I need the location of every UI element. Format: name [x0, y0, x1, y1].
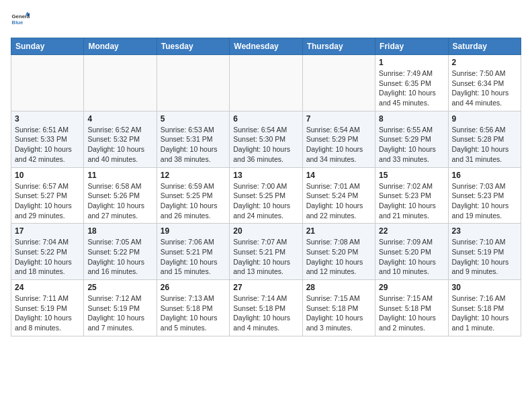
day-info: Sunrise: 6:54 AM Sunset: 5:30 PM Dayligh…	[233, 125, 298, 165]
day-info: Sunrise: 6:53 AM Sunset: 5:31 PM Dayligh…	[161, 125, 226, 165]
day-of-week-header: Saturday	[448, 38, 521, 55]
day-info: Sunrise: 6:54 AM Sunset: 5:29 PM Dayligh…	[306, 125, 371, 165]
calendar-cell: 25Sunrise: 7:12 AM Sunset: 5:19 PM Dayli…	[84, 280, 157, 336]
day-number: 27	[233, 283, 298, 292]
calendar-cell	[11, 55, 84, 111]
day-info: Sunrise: 7:15 AM Sunset: 5:18 PM Dayligh…	[306, 293, 371, 333]
day-number: 1	[379, 58, 444, 67]
day-number: 20	[233, 226, 298, 236]
day-info: Sunrise: 7:02 AM Sunset: 5:23 PM Dayligh…	[379, 181, 444, 221]
day-number: 5	[161, 114, 226, 124]
calendar-week-row: 3Sunrise: 6:51 AM Sunset: 5:33 PM Daylig…	[11, 111, 521, 167]
day-info: Sunrise: 6:58 AM Sunset: 5:26 PM Dayligh…	[87, 181, 152, 221]
day-number: 21	[306, 226, 371, 236]
day-of-week-header: Monday	[84, 38, 157, 55]
logo: General Blue	[11, 11, 32, 30]
calendar-cell: 19Sunrise: 7:06 AM Sunset: 5:21 PM Dayli…	[157, 224, 229, 280]
calendar-cell: 12Sunrise: 6:59 AM Sunset: 5:25 PM Dayli…	[157, 167, 229, 224]
calendar-week-row: 1Sunrise: 7:49 AM Sunset: 6:35 PM Daylig…	[11, 55, 521, 111]
day-info: Sunrise: 7:01 AM Sunset: 5:24 PM Dayligh…	[306, 181, 371, 221]
day-number: 17	[15, 226, 80, 236]
calendar-cell: 8Sunrise: 6:55 AM Sunset: 5:29 PM Daylig…	[375, 111, 448, 167]
calendar-week-row: 10Sunrise: 6:57 AM Sunset: 5:27 PM Dayli…	[11, 167, 521, 224]
page-header: General Blue	[11, 11, 521, 30]
calendar-cell: 7Sunrise: 6:54 AM Sunset: 5:29 PM Daylig…	[302, 111, 375, 167]
day-number: 11	[87, 171, 152, 180]
day-info: Sunrise: 6:59 AM Sunset: 5:25 PM Dayligh…	[161, 181, 226, 221]
calendar-cell: 11Sunrise: 6:58 AM Sunset: 5:26 PM Dayli…	[84, 167, 157, 224]
day-number: 18	[87, 226, 152, 236]
day-of-week-header: Tuesday	[157, 38, 229, 55]
day-info: Sunrise: 6:55 AM Sunset: 5:29 PM Dayligh…	[379, 125, 444, 165]
day-number: 3	[15, 114, 80, 124]
calendar-cell	[302, 55, 375, 111]
day-of-week-header: Wednesday	[230, 38, 302, 55]
day-info: Sunrise: 7:04 AM Sunset: 5:22 PM Dayligh…	[15, 237, 80, 277]
day-info: Sunrise: 7:06 AM Sunset: 5:21 PM Dayligh…	[161, 237, 226, 277]
day-number: 25	[87, 283, 152, 292]
day-info: Sunrise: 7:08 AM Sunset: 5:20 PM Dayligh…	[306, 237, 371, 277]
day-number: 24	[15, 283, 80, 292]
day-info: Sunrise: 7:15 AM Sunset: 5:18 PM Dayligh…	[379, 293, 444, 333]
day-of-week-header: Sunday	[11, 38, 84, 55]
day-info: Sunrise: 7:09 AM Sunset: 5:20 PM Dayligh…	[379, 237, 444, 277]
calendar-cell: 21Sunrise: 7:08 AM Sunset: 5:20 PM Dayli…	[302, 224, 375, 280]
day-info: Sunrise: 7:50 AM Sunset: 6:34 PM Dayligh…	[452, 68, 517, 108]
day-info: Sunrise: 7:12 AM Sunset: 5:19 PM Dayligh…	[87, 293, 152, 333]
day-number: 9	[452, 114, 517, 124]
day-number: 19	[161, 226, 226, 236]
day-number: 4	[87, 114, 152, 124]
day-number: 2	[452, 58, 517, 67]
day-info: Sunrise: 7:00 AM Sunset: 5:25 PM Dayligh…	[233, 181, 298, 221]
day-number: 6	[233, 114, 298, 124]
calendar-cell: 10Sunrise: 6:57 AM Sunset: 5:27 PM Dayli…	[11, 167, 84, 224]
day-number: 7	[306, 114, 371, 124]
day-number: 15	[379, 171, 444, 180]
calendar-cell: 24Sunrise: 7:11 AM Sunset: 5:19 PM Dayli…	[11, 280, 84, 336]
day-info: Sunrise: 7:07 AM Sunset: 5:21 PM Dayligh…	[233, 237, 298, 277]
calendar-cell: 27Sunrise: 7:14 AM Sunset: 5:18 PM Dayli…	[230, 280, 302, 336]
calendar-header-row: SundayMondayTuesdayWednesdayThursdayFrid…	[11, 38, 521, 55]
day-info: Sunrise: 6:56 AM Sunset: 5:28 PM Dayligh…	[452, 125, 517, 165]
calendar-cell	[230, 55, 302, 111]
day-number: 22	[379, 226, 444, 236]
calendar-cell: 18Sunrise: 7:05 AM Sunset: 5:22 PM Dayli…	[84, 224, 157, 280]
day-info: Sunrise: 7:11 AM Sunset: 5:19 PM Dayligh…	[15, 293, 80, 333]
day-number: 14	[306, 171, 371, 180]
day-info: Sunrise: 6:57 AM Sunset: 5:27 PM Dayligh…	[15, 181, 80, 221]
calendar-cell: 3Sunrise: 6:51 AM Sunset: 5:33 PM Daylig…	[11, 111, 84, 167]
calendar-cell: 5Sunrise: 6:53 AM Sunset: 5:31 PM Daylig…	[157, 111, 229, 167]
day-number: 12	[161, 171, 226, 180]
calendar-cell: 2Sunrise: 7:50 AM Sunset: 6:34 PM Daylig…	[448, 55, 521, 111]
day-of-week-header: Friday	[375, 38, 448, 55]
calendar-cell: 14Sunrise: 7:01 AM Sunset: 5:24 PM Dayli…	[302, 167, 375, 224]
calendar-cell: 20Sunrise: 7:07 AM Sunset: 5:21 PM Dayli…	[230, 224, 302, 280]
day-number: 26	[161, 283, 226, 292]
calendar-table: SundayMondayTuesdayWednesdayThursdayFrid…	[11, 38, 521, 336]
day-info: Sunrise: 7:14 AM Sunset: 5:18 PM Dayligh…	[233, 293, 298, 333]
day-number: 28	[306, 283, 371, 292]
day-info: Sunrise: 7:03 AM Sunset: 5:23 PM Dayligh…	[452, 181, 517, 221]
calendar-cell: 15Sunrise: 7:02 AM Sunset: 5:23 PM Dayli…	[375, 167, 448, 224]
calendar-cell: 28Sunrise: 7:15 AM Sunset: 5:18 PM Dayli…	[302, 280, 375, 336]
day-info: Sunrise: 6:52 AM Sunset: 5:32 PM Dayligh…	[87, 125, 152, 165]
svg-text:Blue: Blue	[12, 19, 24, 26]
calendar-cell: 30Sunrise: 7:16 AM Sunset: 5:18 PM Dayli…	[448, 280, 521, 336]
day-number: 23	[452, 226, 517, 236]
day-number: 30	[452, 283, 517, 292]
calendar-cell: 13Sunrise: 7:00 AM Sunset: 5:25 PM Dayli…	[230, 167, 302, 224]
calendar-cell: 6Sunrise: 6:54 AM Sunset: 5:30 PM Daylig…	[230, 111, 302, 167]
calendar-cell: 29Sunrise: 7:15 AM Sunset: 5:18 PM Dayli…	[375, 280, 448, 336]
day-number: 13	[233, 171, 298, 180]
logo-icon: General Blue	[11, 11, 30, 30]
calendar-cell: 16Sunrise: 7:03 AM Sunset: 5:23 PM Dayli…	[448, 167, 521, 224]
calendar-cell: 26Sunrise: 7:13 AM Sunset: 5:18 PM Dayli…	[157, 280, 229, 336]
day-info: Sunrise: 7:13 AM Sunset: 5:18 PM Dayligh…	[161, 293, 226, 333]
day-number: 8	[379, 114, 444, 124]
calendar-cell: 1Sunrise: 7:49 AM Sunset: 6:35 PM Daylig…	[375, 55, 448, 111]
calendar-cell: 4Sunrise: 6:52 AM Sunset: 5:32 PM Daylig…	[84, 111, 157, 167]
day-info: Sunrise: 7:49 AM Sunset: 6:35 PM Dayligh…	[379, 68, 444, 108]
day-info: Sunrise: 7:16 AM Sunset: 5:18 PM Dayligh…	[452, 293, 517, 333]
calendar-cell: 9Sunrise: 6:56 AM Sunset: 5:28 PM Daylig…	[448, 111, 521, 167]
day-info: Sunrise: 6:51 AM Sunset: 5:33 PM Dayligh…	[15, 125, 80, 165]
